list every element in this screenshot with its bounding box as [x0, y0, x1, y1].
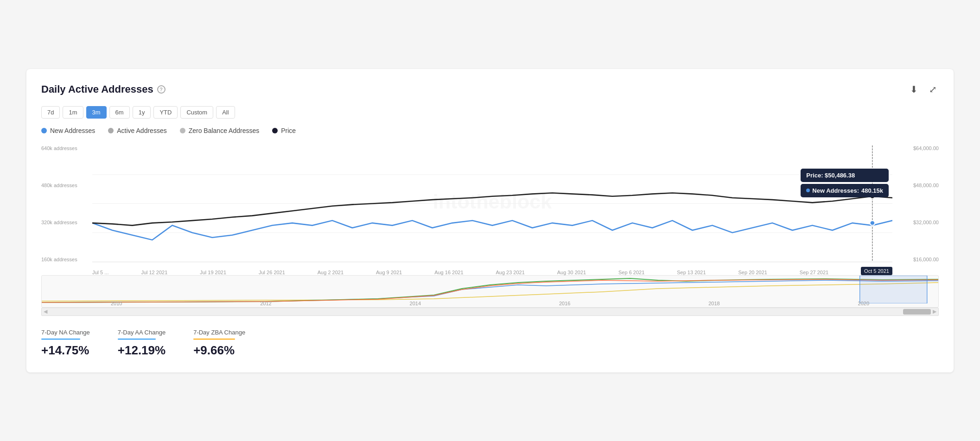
stat-zba-change: 7-Day ZBA Change +9.66% [193, 329, 245, 358]
scroll-thumb[interactable] [903, 309, 931, 315]
x-label-2: Jul 19 2021 [200, 270, 226, 275]
x-label-10: Sep 13 2021 [677, 270, 706, 275]
tooltip-price: Price: $50,486.38 [801, 169, 889, 182]
legend-label: Price [281, 127, 296, 134]
stat-aa-underline [118, 339, 156, 340]
filter-btn-1y[interactable]: 1y [133, 106, 151, 119]
x-label-3: Jul 26 2021 [259, 270, 285, 275]
tooltip-blue-dot [806, 189, 810, 192]
stat-aa-value: +12.19% [118, 343, 165, 358]
stat-na-label: 7-Day NA Change [41, 329, 90, 336]
x-label-13: Oct 5 2021 [861, 267, 892, 275]
legend-dot [180, 128, 185, 133]
help-icon[interactable]: ? [157, 85, 165, 94]
chart-inner: intotheblock Price: $50 [92, 145, 892, 262]
legend-label: Active Addresses [117, 127, 166, 134]
mini-label-2010: 2010 [111, 301, 122, 306]
legend-dot [272, 128, 278, 133]
x-label-4: Aug 2 2021 [318, 270, 344, 275]
scroll-bar[interactable]: ◀ ▶ [41, 308, 939, 316]
tooltip-container: Price: $50,486.38 New Addresses: 480.15k [801, 169, 889, 197]
mini-label-2020: 2020 [858, 301, 869, 306]
x-label-5: Aug 9 2021 [376, 270, 402, 275]
stat-na-change: 7-Day NA Change +14.75% [41, 329, 90, 358]
x-label-6: Aug 16 2021 [434, 270, 463, 275]
mini-label-2014: 2014 [410, 301, 421, 306]
legend-label: New Addresses [50, 127, 95, 134]
filter-btn-7d[interactable]: 7d [41, 106, 60, 119]
x-label-1: Jul 12 2021 [141, 270, 167, 275]
x-label-7: Aug 23 2021 [496, 270, 524, 275]
scroll-right-arrow[interactable]: ▶ [933, 309, 936, 315]
card-header: Daily Active Addresses ? ⬇ ⤢ [41, 82, 939, 97]
x-label-9: Sep 6 2021 [618, 270, 644, 275]
stats-row: 7-Day NA Change +14.75% 7-Day AA Change … [41, 329, 939, 358]
tooltip-price-label: Price: [806, 172, 823, 179]
filter-btn-custom[interactable]: Custom [180, 106, 213, 119]
mini-label-2018: 2018 [708, 301, 719, 306]
expand-button[interactable]: ⤢ [927, 82, 939, 97]
main-card: Daily Active Addresses ? ⬇ ⤢ 7d1m3m6m1yY… [26, 69, 954, 372]
mini-chart-x-labels: 2010 2012 2014 2016 2018 2020 [42, 301, 938, 306]
header-left: Daily Active Addresses ? [41, 83, 165, 95]
filter-btn-3m[interactable]: 3m [86, 106, 107, 119]
legend-label: Zero Balance Addresses [189, 127, 260, 134]
x-label-0: Jul 5 ... [92, 270, 108, 275]
mini-label-2016: 2016 [559, 301, 570, 306]
legend-item-price[interactable]: Price [272, 127, 296, 134]
stat-zba-label: 7-Day ZBA Change [193, 329, 245, 336]
stat-aa-change: 7-Day AA Change +12.19% [118, 329, 165, 358]
time-filters: 7d1m3m6m1yYTDCustomAll [41, 106, 939, 119]
legend-dot [108, 128, 114, 133]
scroll-left-arrow[interactable]: ◀ [44, 309, 47, 315]
svg-rect-7 [860, 276, 927, 303]
page-title: Daily Active Addresses [41, 83, 153, 95]
tooltip-new-addresses: New Addresses: 480.15k [801, 184, 889, 197]
x-label-12: Sep 27 2021 [800, 270, 828, 275]
filter-btn-ytd[interactable]: YTD [153, 106, 178, 119]
tooltip-na-label: New Addresses: [812, 187, 859, 194]
x-label-11: Sep 20 2021 [738, 270, 767, 275]
legend-item-new-addresses[interactable]: New Addresses [41, 127, 95, 134]
chart-wrapper: 160k addresses 320k addresses 480k addre… [41, 145, 939, 275]
mini-label-2012: 2012 [260, 301, 271, 306]
x-label-8: Aug 30 2021 [557, 270, 586, 275]
header-actions: ⬇ ⤢ [908, 82, 939, 97]
tooltip-na-value: 480.15k [861, 187, 883, 194]
stat-na-underline [41, 339, 80, 340]
legend-item-zero-balance-addresses[interactable]: Zero Balance Addresses [180, 127, 260, 134]
stat-aa-label: 7-Day AA Change [118, 329, 165, 336]
filter-btn-all[interactable]: All [216, 106, 235, 119]
legend-dot [41, 128, 47, 133]
stat-na-value: +14.75% [41, 343, 90, 358]
stat-zba-value: +9.66% [193, 343, 245, 358]
stat-zba-underline [193, 339, 235, 340]
main-chart-area: intotheblock Price: $50 [41, 145, 939, 275]
svg-point-5 [870, 220, 875, 225]
mini-chart-svg [42, 276, 938, 303]
x-axis: Jul 5 ...Jul 12 2021Jul 19 2021Jul 26 20… [92, 262, 892, 275]
filter-btn-1m[interactable]: 1m [63, 106, 83, 119]
mini-chart[interactable]: 2010 2012 2014 2016 2018 2020 [41, 275, 939, 308]
chart-svg: intotheblock [92, 145, 892, 262]
filter-btn-6m[interactable]: 6m [109, 106, 130, 119]
tooltip-price-value: $50,486.38 [825, 172, 855, 179]
download-button[interactable]: ⬇ [908, 82, 920, 97]
legend: New Addresses Active Addresses Zero Bala… [41, 127, 939, 134]
legend-item-active-addresses[interactable]: Active Addresses [108, 127, 166, 134]
